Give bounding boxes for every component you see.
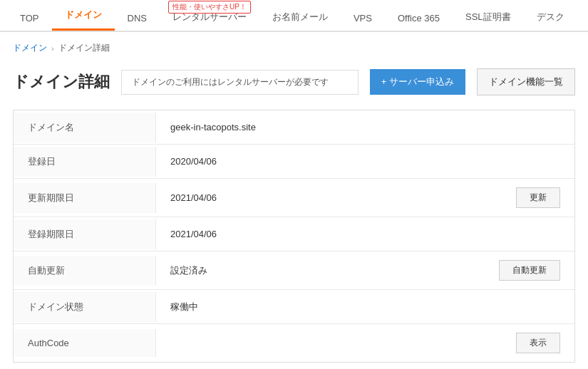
header-notice: ドメインのご利用にはレンタルサーバーが必要です [121, 70, 359, 95]
top-nav: TOP ドメイン DNS 性能・使いやすさUP！ レンタルサーバー お名前メール… [0, 0, 588, 32]
breadcrumb-current: ドメイン詳細 [58, 42, 110, 54]
row-value: 表示 [156, 324, 574, 362]
row-value-text: 設定済み [170, 264, 207, 277]
table-row: ドメイン名geek-in-tacopots.site [14, 110, 574, 145]
nav-email[interactable]: お名前メール [259, 2, 341, 31]
nav-office365[interactable]: Office 365 [385, 4, 453, 31]
table-row: AuthCode表示 [14, 324, 574, 362]
row-label: ドメイン状態 [14, 292, 156, 322]
row-value: 2021/04/06更新 [156, 179, 574, 217]
row-value-text: 稼働中 [170, 301, 198, 313]
page-title: ドメイン詳細 [13, 71, 110, 93]
row-value: 2020/04/06 [156, 147, 574, 175]
nav-dns[interactable]: DNS [115, 4, 160, 31]
table-row: 登録日2020/04/06 [14, 145, 574, 179]
row-value: 設定済み自動更新 [156, 251, 574, 289]
nav-vps[interactable]: VPS [341, 4, 385, 31]
promo-badge: 性能・使いやすさUP！ [168, 1, 251, 14]
page-header: ドメイン詳細 ドメインのご利用にはレンタルサーバーが必要です + サーバー申込み… [0, 61, 588, 110]
row-label: AuthCode [14, 329, 156, 357]
row-label: 自動更新 [14, 256, 156, 286]
breadcrumb: ドメイン › ドメイン詳細 [0, 32, 588, 61]
row-label: 登録期限日 [14, 219, 156, 249]
row-value-text: 2020/04/06 [170, 156, 217, 167]
row-action-button[interactable]: 更新 [516, 187, 560, 208]
row-action-button[interactable]: 自動更新 [499, 260, 560, 281]
row-value-text: 2021/04/06 [170, 229, 217, 239]
table-row: 自動更新設定済み自動更新 [14, 251, 574, 290]
server-apply-button[interactable]: + サーバー申込み [370, 69, 465, 95]
table-row: 更新期限日2021/04/06更新 [14, 179, 574, 217]
row-label: 登録日 [14, 147, 156, 177]
breadcrumb-parent[interactable]: ドメイン [13, 42, 47, 54]
nav-top[interactable]: TOP [7, 4, 52, 31]
nav-ssl[interactable]: SSL証明書 [453, 2, 524, 31]
domain-detail-table: ドメイン名geek-in-tacopots.site登録日2020/04/06更… [13, 110, 575, 363]
breadcrumb-separator: › [51, 44, 54, 53]
row-label: 更新期限日 [14, 183, 156, 213]
row-value-text: geek-in-tacopots.site [170, 122, 256, 132]
row-value: 稼働中 [156, 292, 574, 322]
nav-domain[interactable]: ドメイン [52, 0, 115, 31]
nav-desk[interactable]: デスク [524, 2, 577, 31]
nav-rental-server[interactable]: 性能・使いやすさUP！ レンタルサーバー [160, 2, 259, 31]
row-value-text: 2021/04/06 [170, 192, 217, 203]
row-action-button[interactable]: 表示 [516, 333, 560, 353]
row-value: 2021/04/06 [156, 220, 574, 248]
table-row: ドメイン状態稼働中 [14, 290, 574, 324]
table-row: 登録期限日2021/04/06 [14, 217, 574, 251]
domain-list-button[interactable]: ドメイン機能一覧 [477, 68, 575, 95]
row-value: geek-in-tacopots.site [156, 113, 574, 141]
row-label: ドメイン名 [14, 113, 156, 142]
